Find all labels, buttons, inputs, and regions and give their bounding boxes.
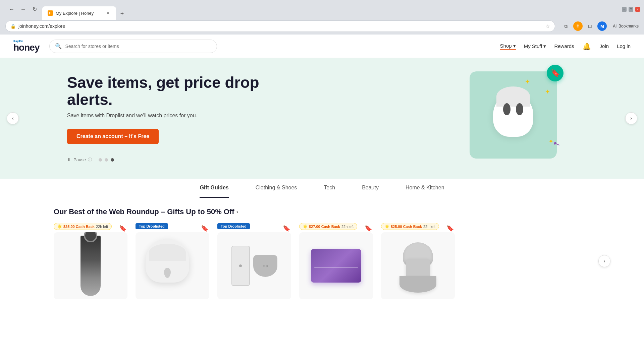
honey-extension-icon[interactable]: H [573,21,583,31]
info-icon: ⓘ [88,157,92,163]
bookmarks-area: All Bookmarks [613,24,639,28]
tab-favicon: H [48,10,53,16]
products-section: Our Best of the Web Roundup – Gifts Up t… [0,198,644,306]
section-title-arrow[interactable]: › [236,209,238,215]
site-header: PayPal honey 🔍 Shop ▾ My Stuff ▾ Rewards… [0,35,644,58]
mat-body [311,249,361,283]
product-image-ps5[interactable]: ⊕⊕ [217,232,291,299]
url-display: joinhoney.com/explore [18,23,543,29]
all-bookmarks-link[interactable]: All Bookmarks [613,24,639,28]
dyson-fan-illustration [80,236,101,296]
product-bookmark-1[interactable]: 🔖 [118,224,127,233]
product-image-airpods[interactable] [136,232,209,299]
ps5-controller-body: ⊕⊕ [253,255,277,277]
active-tab[interactable]: H My Explore | Honey × [42,6,116,20]
toolbar-icons: ⧉ H ⊡ M [561,21,607,31]
hero-prev-button[interactable]: ‹ [7,112,19,124]
airpods-illustration [146,239,199,293]
nav-my-stuff[interactable]: My Stuff ▾ [524,43,546,49]
airpods-case-body [146,239,189,283]
hero-dot-3[interactable] [111,158,114,162]
profile-button[interactable]: ⊡ [585,21,595,31]
star-icon[interactable]: ☆ [545,23,550,29]
product-badge-cashback-1: 🌟 $25.00 Cash Back 22h left [54,223,112,230]
product-card-airpods: Top Droplisted 🔖 [136,223,209,299]
chevron-down-icon-my-stuff: ▾ [543,43,546,49]
nav-rewards[interactable]: Rewards [554,43,574,49]
forward-button[interactable]: → [18,4,28,14]
extensions-button[interactable]: ⧉ [561,21,571,31]
tab-title: My Explore | Honey [56,11,103,16]
chevron-down-icon: ▾ [513,43,516,49]
bookmark-badge: 🔖 [547,65,564,81]
tab-bar: H My Explore | Honey × + [42,0,619,18]
product-image-dyson[interactable] [54,232,127,299]
yoga-mat-illustration [299,232,373,299]
tab-clothing-shoes[interactable]: Clothing & Shoes [256,179,297,198]
product-image-yoga-mat[interactable] [299,232,373,299]
search-input[interactable] [65,44,211,49]
hero-dot-1[interactable] [99,158,102,162]
nav-shop[interactable]: Shop ▾ [500,43,516,50]
pause-icon: ⏸ [67,157,71,162]
product-card-ps5: Top Droplisted 🔖 ⊕⊕ [217,223,291,299]
mixer-illustration [381,232,455,299]
window-controls: ─ □ × [622,7,640,12]
hero-title: Save items, get price drop alerts. [67,74,268,108]
hero-next-button[interactable]: › [625,112,637,124]
hero-dot-2[interactable] [105,158,108,162]
hero-dots [99,158,114,162]
lock-icon: 🔒 [10,24,16,29]
product-badge-cashback-3: 🌟 $25.00 Cash Back 22h left [381,223,439,230]
cashback-coin-icon: 🌟 [57,224,62,229]
address-bar[interactable]: 🔒 joinhoney.com/explore ☆ [5,20,555,32]
tab-close-button[interactable]: × [105,10,111,16]
address-bar-row: 🔒 joinhoney.com/explore ☆ ⧉ H ⊡ M All Bo… [0,18,644,35]
site-logo[interactable]: PayPal honey [13,40,39,52]
tab-gift-guides[interactable]: Gift Guides [200,179,228,198]
cashback-coin-icon-2: 🌟 [303,224,308,229]
bell-icon[interactable]: 🔔 [582,42,592,51]
airpods-lid [149,244,186,261]
mixer-bowl [399,276,436,293]
product-badge-droplisted-2: Top Droplisted [217,223,250,229]
ps5-console-body [231,246,250,286]
airpod-left [164,268,171,278]
browser-chrome: ← → ↻ H My Explore | Honey × + ─ □ × [0,0,644,18]
maximize-button[interactable]: □ [629,7,633,12]
refresh-button[interactable]: ↻ [30,4,40,14]
product-card-dyson: 🌟 $25.00 Cash Back 22h left 🔖 [54,223,127,299]
product-bookmark-5[interactable]: 🔖 [445,224,455,233]
mixer-body-group [396,239,440,293]
cashback-coin-icon-3: 🌟 [385,224,389,229]
hero-subtitle: Save items with Droplist and we'll watch… [67,113,268,119]
product-image-mixer[interactable] [381,232,455,299]
tab-tech[interactable]: Tech [324,179,335,198]
minimize-button[interactable]: ─ [622,7,627,12]
product-bookmark-4[interactable]: 🔖 [364,224,373,233]
search-bar[interactable]: 🔍 [49,40,217,53]
user-avatar[interactable]: M [597,21,607,31]
hero-content: Save items, get price drop alerts. Save … [67,74,268,163]
ps5-illustration: ⊕⊕ [231,246,277,286]
close-window-button[interactable]: × [635,7,640,12]
category-tabs: Gift Guides Clothing & Shoes Tech Beauty… [0,179,644,198]
products-next-button[interactable]: › [598,255,610,267]
browser-nav-buttons: ← → ↻ [7,4,40,14]
header-nav: Shop ▾ My Stuff ▾ Rewards 🔔 Join Log in [500,42,631,51]
earbuds-case [493,93,533,137]
products-row: 🌟 $25.00 Cash Back 22h left 🔖 Top Dropli… [54,223,590,299]
hero-banner: ‹ Save items, get price drop alerts. Sav… [0,58,644,179]
back-button[interactable]: ← [7,4,17,14]
new-tab-button[interactable]: + [117,9,127,18]
tab-home-kitchen[interactable]: Home & Kitchen [406,179,444,198]
star-decoration-1: ✦ [525,78,530,85]
nav-login[interactable]: Log in [617,43,631,49]
product-bookmark-2[interactable]: 🔖 [200,224,209,233]
product-bookmark-3[interactable]: 🔖 [282,224,291,233]
hero-pause-button[interactable]: ⏸ Pause ⓘ [67,157,92,163]
hero-cta-button[interactable]: Create an account – It's Free [67,129,159,144]
tab-beauty[interactable]: Beauty [362,179,379,198]
section-title: Our Best of the Web Roundup – Gifts Up t… [54,207,590,216]
nav-join[interactable]: Join [600,43,609,49]
